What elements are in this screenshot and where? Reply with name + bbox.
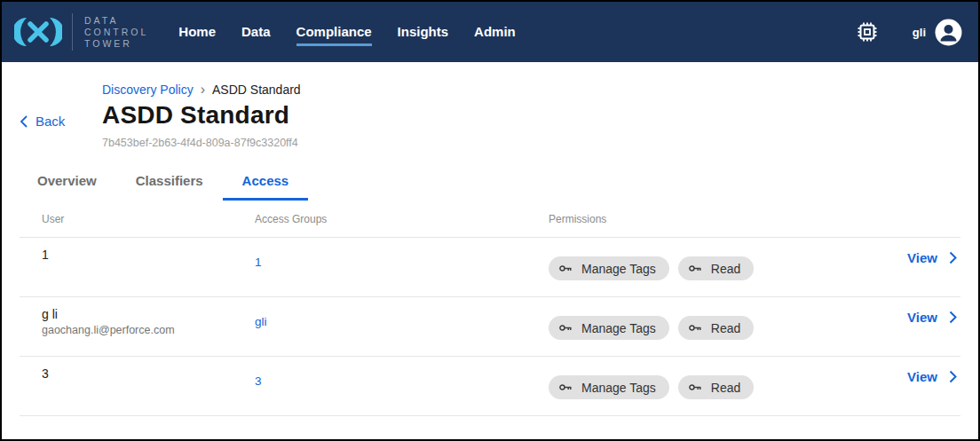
permission-chip-label: Read bbox=[711, 321, 740, 335]
topbar-right: gli bbox=[854, 19, 962, 46]
permission-chip: Manage Tags bbox=[549, 316, 669, 340]
key-icon bbox=[558, 261, 573, 276]
logo-divider bbox=[72, 13, 73, 51]
permission-chip: Read bbox=[678, 316, 754, 340]
user-name: g li bbox=[42, 307, 255, 321]
user-cell: g li gaochang.li@perforce.com bbox=[42, 297, 255, 336]
table-row: 1 1 Manage Tags Read View bbox=[20, 238, 960, 297]
access-group-cell: 1 bbox=[255, 238, 549, 270]
username-label: gli bbox=[913, 26, 926, 39]
breadcrumb-current: ASDD Standard bbox=[212, 83, 301, 97]
user-cell: 1 bbox=[42, 238, 255, 262]
back-label: Back bbox=[36, 114, 65, 129]
permission-chip-label: Read bbox=[711, 381, 740, 395]
user-email: gaochang.li@perforce.com bbox=[42, 324, 255, 336]
user-cell: 3 bbox=[42, 357, 255, 381]
chevron-right-icon bbox=[949, 251, 957, 264]
table-header-row: User Access Groups Permissions bbox=[20, 201, 960, 238]
page-content: Back Discovery Policy › ASDD Standard AS… bbox=[2, 62, 978, 416]
permissions-cell: Manage Tags Read bbox=[549, 238, 863, 280]
column-header-permissions: Permissions bbox=[549, 213, 863, 225]
nav-item-compliance[interactable]: Compliance bbox=[296, 19, 372, 46]
access-group-link[interactable]: 3 bbox=[255, 374, 262, 388]
tab-classifiers[interactable]: Classifiers bbox=[116, 165, 223, 201]
nav-item-admin[interactable]: Admin bbox=[474, 19, 516, 46]
permission-chip: Manage Tags bbox=[549, 256, 669, 280]
view-label: View bbox=[907, 369, 937, 384]
view-link[interactable]: View bbox=[907, 250, 960, 265]
key-icon bbox=[558, 320, 573, 335]
nav-item-insights[interactable]: Insights bbox=[398, 19, 449, 46]
primary-nav: HomeDataComplianceInsightsAdmin bbox=[178, 19, 515, 46]
permissions-cell: Manage Tags Read bbox=[549, 297, 863, 340]
access-table: User Access Groups Permissions 1 1 Manag… bbox=[2, 201, 978, 416]
key-icon bbox=[688, 320, 703, 335]
permission-chip: Manage Tags bbox=[549, 375, 669, 399]
permission-chip-label: Manage Tags bbox=[581, 321, 656, 335]
nav-item-home[interactable]: Home bbox=[178, 19, 216, 46]
permission-chip: Read bbox=[678, 256, 754, 280]
table-row: g li gaochang.li@perforce.com gli Manage… bbox=[20, 297, 960, 357]
user-name: 3 bbox=[42, 366, 255, 381]
user-name: 1 bbox=[42, 248, 255, 262]
permission-chip-label: Manage Tags bbox=[581, 381, 656, 395]
brand-wordmark: DATA CONTROL TOWER bbox=[84, 15, 148, 50]
permission-chip-label: Manage Tags bbox=[581, 262, 656, 276]
key-icon bbox=[688, 380, 703, 395]
brand-line-1: DATA bbox=[84, 15, 148, 27]
api-chip-icon[interactable] bbox=[854, 19, 881, 45]
view-label: View bbox=[907, 310, 937, 325]
permissions-cell: Manage Tags Read bbox=[549, 357, 863, 399]
view-label: View bbox=[907, 250, 937, 265]
chevron-right-icon bbox=[949, 370, 957, 383]
permission-chip-label: Read bbox=[711, 262, 740, 276]
breadcrumb-separator-icon: › bbox=[201, 83, 205, 96]
access-group-link[interactable]: 1 bbox=[255, 256, 262, 269]
nav-item-data[interactable]: Data bbox=[241, 19, 271, 46]
key-icon bbox=[688, 261, 703, 276]
brand-line-3: TOWER bbox=[84, 38, 148, 50]
dct-logo-icon[interactable] bbox=[14, 16, 62, 48]
back-button[interactable]: Back bbox=[20, 114, 65, 129]
breadcrumb-link-discovery-policy[interactable]: Discovery Policy bbox=[102, 83, 194, 97]
key-icon bbox=[558, 380, 573, 395]
user-avatar-icon[interactable] bbox=[935, 19, 962, 46]
view-link[interactable]: View bbox=[907, 310, 960, 325]
access-group-link[interactable]: gli bbox=[255, 315, 267, 328]
top-nav-bar: DATA CONTROL TOWER HomeDataComplianceIns… bbox=[2, 2, 978, 62]
tab-access[interactable]: Access bbox=[223, 165, 309, 201]
access-group-cell: gli bbox=[255, 297, 549, 329]
chevron-right-icon bbox=[949, 311, 957, 324]
page-title: ASDD Standard bbox=[102, 101, 978, 130]
view-cell: View bbox=[863, 297, 960, 326]
chevron-left-icon bbox=[20, 114, 28, 129]
app-window: DATA CONTROL TOWER HomeDataComplianceIns… bbox=[0, 0, 980, 441]
table-row: 3 3 Manage Tags Read View bbox=[20, 357, 960, 416]
tab-overview[interactable]: Overview bbox=[18, 165, 116, 201]
tab-bar: OverviewClassifiersAccess bbox=[2, 165, 978, 201]
access-group-cell: 3 bbox=[255, 357, 549, 389]
page-head: Back Discovery Policy › ASDD Standard AS… bbox=[2, 62, 978, 149]
view-cell: View bbox=[863, 238, 960, 266]
column-header-user: User bbox=[42, 213, 255, 225]
view-cell: View bbox=[863, 357, 960, 385]
brand-line-2: CONTROL bbox=[84, 27, 148, 38]
column-header-access-groups: Access Groups bbox=[255, 213, 549, 225]
permission-chip: Read bbox=[678, 375, 754, 399]
table-body: 1 1 Manage Tags Read View bbox=[2, 238, 978, 416]
breadcrumb: Discovery Policy › ASDD Standard bbox=[102, 83, 978, 97]
view-link[interactable]: View bbox=[907, 369, 960, 384]
policy-uuid: 7b453bef-2b63-4f4d-809a-87f9c3320ff4 bbox=[102, 137, 978, 149]
